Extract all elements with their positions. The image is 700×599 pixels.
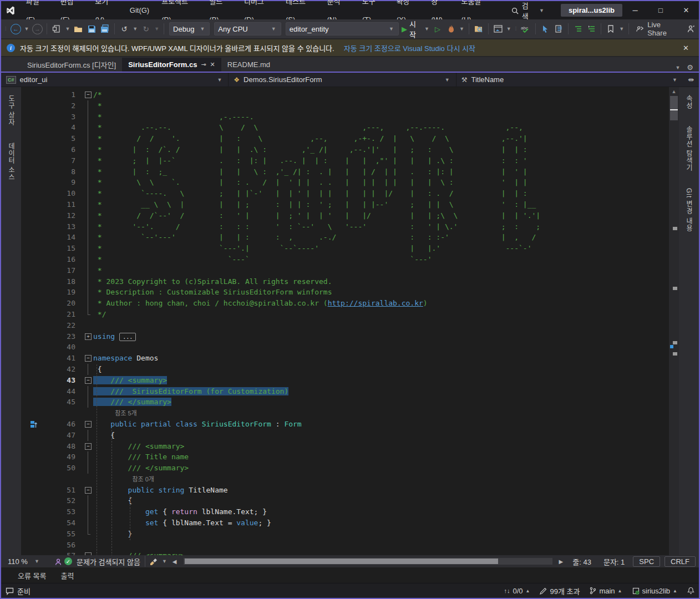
minimize-button[interactable]: ─ (622, 1, 648, 19)
redo-button[interactable]: ↻ (140, 22, 152, 35)
format-document-button[interactable] (552, 22, 565, 35)
collapse-region-icon[interactable]: − (85, 377, 92, 384)
menu-item-3[interactable]: Git(G) (124, 1, 155, 19)
fold-column: − (83, 89, 93, 100)
fold-column (83, 495, 93, 506)
navigate-back-button[interactable]: ← (10, 22, 22, 35)
glyph-margin (21, 463, 47, 474)
scroll-up-arrow-icon[interactable]: ▲ (669, 89, 679, 94)
expand-region-icon[interactable]: + (85, 333, 92, 340)
collapse-region-icon[interactable]: − (85, 443, 92, 450)
zoom-dropdown[interactable]: 110 %▼ (3, 557, 52, 566)
line-indicator[interactable]: 줄: 43 (567, 556, 596, 567)
project-dropdown[interactable]: C# editor_ui ▼ (1, 73, 229, 87)
notifications-bell-icon[interactable] (687, 587, 694, 595)
solution-platform-dropdown[interactable]: Any CPU▼ (214, 22, 281, 35)
toolbar-grip[interactable]: ⁞ (5, 26, 7, 32)
find-in-files-button[interactable] (473, 22, 485, 35)
pending-edits[interactable]: 99개 초과 (540, 586, 580, 596)
scroll-right-arrow-icon[interactable]: ▶ (557, 559, 566, 565)
bookmark-caret-icon[interactable]: ▼ (618, 26, 625, 32)
codelens-text[interactable]: 참조 0개 (93, 474, 669, 485)
navigate-forward-button[interactable]: → (31, 22, 43, 35)
collapse-region-icon[interactable]: − (85, 355, 92, 362)
save-all-button[interactable] (99, 22, 111, 35)
member-dropdown[interactable]: ⚒ TitleName ▼ (456, 73, 683, 87)
sync-status[interactable]: ↑↓0/0▲ (504, 587, 530, 595)
inheritance-margin-icon[interactable] (31, 420, 37, 428)
hot-reload-caret-icon[interactable]: ▼ (458, 26, 465, 32)
code-cleanup-caret-icon[interactable]: ▼ (161, 559, 168, 564)
codelens-text[interactable]: 참조 5개 (93, 408, 669, 419)
document-tab-2[interactable]: README.md (221, 58, 276, 72)
char-indicator[interactable]: 문자: 1 (598, 556, 630, 567)
live-share-session-icon[interactable] (54, 557, 62, 566)
tab-list-caret-icon[interactable]: ▼ (674, 65, 681, 70)
solution-title[interactable]: spiral...us2lib (561, 4, 622, 17)
feedback-bubble-icon[interactable] (6, 586, 14, 595)
new-file-button[interactable] (50, 22, 63, 35)
close-tab-icon[interactable]: ✕ (210, 61, 215, 68)
horizontal-scrollbar[interactable] (184, 558, 552, 565)
right-tool-tab-1[interactable]: 솔루션 탐색기 (684, 123, 694, 175)
right-tool-tab-2[interactable]: Git 변경 내용 (684, 185, 694, 235)
solution-config-dropdown[interactable]: Debug▼ (169, 22, 210, 35)
horizontal-scrollbar-thumb[interactable] (185, 559, 498, 564)
menu-bar: 파일(F)편집(E)보기(V)Git(G)프로젝트(P)빌드(B)디버그(D)테… (20, 1, 497, 19)
navigate-back-caret-icon[interactable]: ▼ (23, 26, 31, 32)
git-branch[interactable]: main▲ (590, 587, 622, 595)
preview-caret-icon[interactable]: ▼ (505, 26, 513, 32)
comment-button[interactable] (572, 22, 584, 35)
start-without-debug-button[interactable]: ▷ (432, 22, 444, 35)
collapse-region-icon[interactable]: − (85, 421, 92, 428)
maximize-button[interactable]: □ (648, 1, 673, 19)
main-area: 도구 상자데이터 소스 1−/*2 *3 * ,-.----.4 * .--.-… (1, 87, 699, 555)
vertical-scrollbar[interactable]: ▲ (669, 87, 679, 555)
new-file-caret-icon[interactable]: ▼ (64, 26, 71, 32)
split-window-button[interactable]: ⇹ (683, 75, 699, 84)
live-share-button[interactable]: Live Share (632, 22, 683, 35)
git-repo[interactable]: sirius2lib▲ (632, 587, 678, 595)
left-tool-tab-0[interactable]: 도구 상자 (7, 92, 16, 129)
document-tab-0[interactable]: SiriusEditorForm.cs [디자인] (21, 58, 122, 72)
collapse-region-icon[interactable]: − (85, 552, 92, 555)
restart-link[interactable]: 자동 크기 조정으로 Visual Studio 다시 시작 (344, 43, 475, 53)
start-debug-button[interactable]: ▶시작▼ (402, 22, 430, 35)
select-pointer-button[interactable] (539, 22, 551, 35)
code-editor[interactable]: 1−/*2 *3 * ,-.----.4 * .--.--. \ / \ ,--… (21, 87, 669, 555)
save-button[interactable] (85, 22, 98, 35)
panel-tab-1[interactable]: 출력 (60, 570, 74, 581)
infobar-close-icon[interactable]: ✕ (678, 44, 693, 52)
health-check-icon[interactable]: ✓ (64, 557, 72, 565)
line-ending-indicator[interactable]: CRLF (665, 556, 696, 567)
fold-column (83, 111, 93, 123)
panel-tab-0[interactable]: 오류 목록 (18, 570, 46, 581)
scroll-left-arrow-icon[interactable]: ◀ (170, 559, 179, 565)
startup-project-dropdown[interactable]: editor_entity▼ (286, 22, 399, 35)
open-folder-button[interactable] (72, 22, 84, 35)
toolbar-grip[interactable]: ⁞ (515, 26, 518, 32)
preview-window-button[interactable] (492, 22, 504, 35)
spell-check-button[interactable]: abc (520, 22, 532, 35)
undo-button[interactable]: ↺ (118, 22, 130, 35)
close-button[interactable]: ✕ (673, 1, 699, 19)
fold-column (83, 265, 93, 276)
undo-caret-icon[interactable]: ▼ (131, 26, 139, 32)
right-tool-tab-0[interactable]: 속성 (684, 92, 694, 113)
title-search[interactable]: 검색 ▼ (511, 0, 545, 21)
type-dropdown[interactable]: ❖ Demos.SiriusEditorForm ▼ (229, 73, 456, 87)
pin-tab-icon[interactable]: ⊸ (201, 61, 206, 68)
uncomment-button[interactable] (585, 22, 597, 35)
vertical-scrollbar-thumb[interactable] (670, 96, 678, 120)
collapse-region-icon[interactable]: − (85, 487, 92, 494)
left-tool-tab-1[interactable]: 데이터 소스 (7, 139, 16, 184)
code-cleanup-broom-icon[interactable] (150, 557, 159, 566)
bookmark-button[interactable] (605, 22, 617, 35)
redo-caret-icon[interactable]: ▼ (153, 26, 160, 32)
collapse-region-icon[interactable]: − (85, 92, 92, 98)
space-mode-indicator[interactable]: SPC (633, 556, 660, 567)
document-tab-1[interactable]: SiriusEditorForm.cs⊸✕ (122, 58, 221, 72)
tab-settings-gear-icon[interactable]: ⚙ (687, 63, 693, 72)
hot-reload-button[interactable] (445, 22, 457, 35)
feedback-button[interactable] (684, 22, 697, 35)
